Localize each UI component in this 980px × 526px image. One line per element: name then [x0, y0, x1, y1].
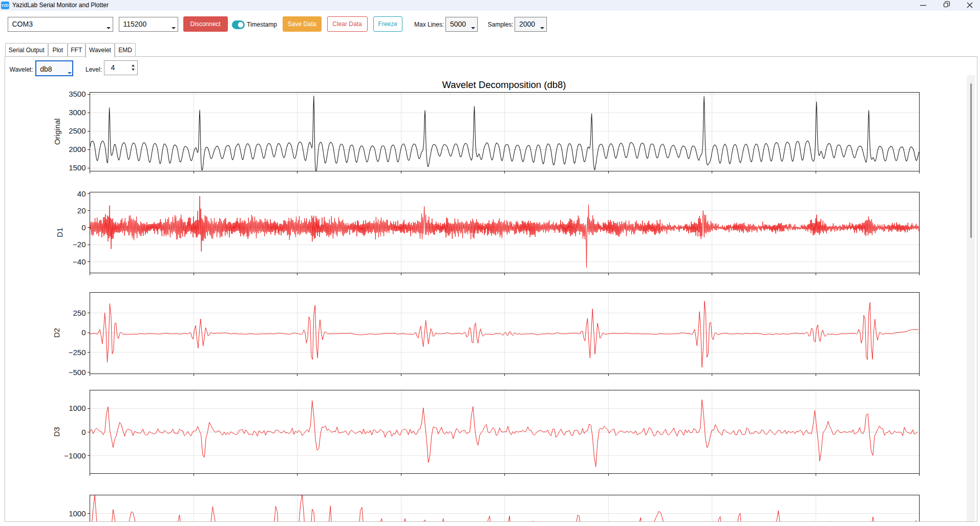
svg-text:0: 0	[81, 428, 86, 436]
svg-text:2000: 2000	[69, 145, 86, 154]
svg-text:D2: D2	[52, 328, 61, 338]
svg-text:3000: 3000	[69, 108, 86, 117]
svg-text:−250: −250	[69, 348, 86, 357]
svg-text:D1: D1	[55, 228, 64, 237]
svg-text:1000: 1000	[69, 404, 86, 412]
svg-text:1000: 1000	[69, 509, 86, 518]
svg-text:1500: 1500	[69, 163, 86, 172]
svg-text:40: 40	[77, 189, 86, 198]
svg-text:0: 0	[81, 223, 86, 232]
svg-text:3500: 3500	[69, 90, 86, 98]
svg-text:Wavelet Decomposition (db8): Wavelet Decomposition (db8)	[442, 79, 566, 90]
svg-text:20: 20	[77, 206, 86, 215]
svg-text:−40: −40	[73, 257, 86, 266]
svg-text:250: 250	[73, 309, 86, 317]
svg-text:−500: −500	[69, 368, 86, 377]
svg-text:D3: D3	[52, 427, 61, 436]
svg-text:0: 0	[81, 328, 86, 337]
svg-text:−1000: −1000	[64, 451, 86, 460]
svg-text:2500: 2500	[69, 126, 86, 135]
svg-text:−20: −20	[73, 240, 86, 249]
svg-text:Original: Original	[53, 118, 61, 145]
